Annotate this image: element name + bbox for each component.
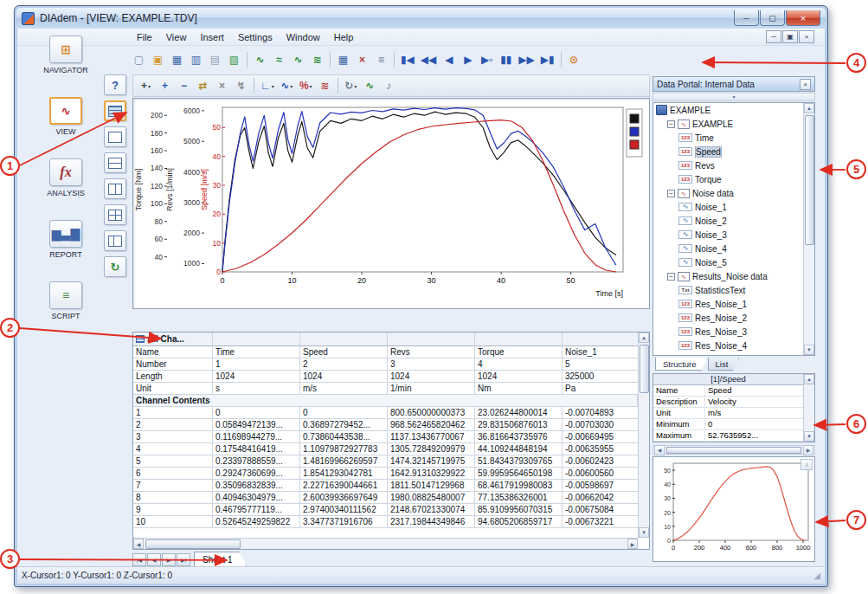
table-cell[interactable]: 0.46795777119... [213, 504, 300, 516]
sheet-nav-3-button[interactable]: ▶| [177, 553, 190, 566]
table-horizontal-scrollbar[interactable]: ◀ ▶ [133, 538, 638, 549]
menu-insert[interactable]: Insert [193, 30, 231, 44]
table-cell[interactable]: 59.9959564650198 [475, 468, 563, 480]
tree-item-noise-3[interactable]: ∿Noise_3 [653, 228, 803, 242]
toolbar-new-axis-system-button[interactable]: ∿ [251, 50, 269, 68]
portal-tab-list[interactable]: List [708, 358, 740, 371]
tree-item-res-noise-5[interactable]: 123Res_Noise_5 [653, 352, 803, 355]
toolbar-band-cursor-button[interactable]: ∿ [289, 50, 307, 68]
table-cell[interactable]: 1.10979872927783 [300, 443, 388, 455]
toolbar-fast-forward-button[interactable]: ▶▶ [516, 50, 537, 68]
table-header-cell[interactable] [388, 333, 475, 346]
table-cell[interactable]: 0.40946304979... [213, 492, 300, 504]
table-cell[interactable]: -0.00675084 [563, 504, 638, 516]
chart-toolbar-waveform-button[interactable]: ∿ [361, 77, 379, 95]
table-cell[interactable]: Nm [475, 383, 563, 395]
property-value[interactable]: m/s [705, 408, 803, 418]
toolbar-save-button[interactable]: ▦ [168, 50, 186, 68]
table-header-cell[interactable] [300, 333, 388, 346]
sidebar-item-script[interactable]: ≡SCRIPT [33, 281, 99, 320]
row-label-cell[interactable]: Number [133, 358, 213, 371]
scroll-up-icon[interactable]: ▲ [804, 374, 814, 384]
sidebar-item-report[interactable]: ▆▃▇REPORT [33, 220, 99, 259]
row-index-cell[interactable]: 10 [133, 516, 213, 528]
table-cell[interactable]: 23.026244800014 [475, 407, 563, 419]
tree-item-res-noise-4[interactable]: 123Res_Noise_4 [653, 339, 803, 352]
sidebar-item-navigator[interactable]: ⊞NAVIGATOR [33, 36, 99, 74]
table-cell[interactable]: -0.00598697 [563, 480, 638, 492]
menu-window[interactable]: Window [280, 30, 327, 44]
sheet-nav-1-button[interactable]: ◀ [147, 553, 161, 566]
table-cell[interactable]: 68.4617919980083 [475, 480, 563, 492]
mdi-restore-button[interactable]: ▣ [782, 30, 798, 43]
table-cell[interactable]: 1/min [388, 383, 475, 395]
row-index-cell[interactable]: 3 [133, 431, 213, 443]
table-cell[interactable]: 2148.67021330074 [388, 504, 475, 516]
chart-toolbar-zoom-x-button[interactable]: × [213, 77, 231, 95]
table-cell[interactable]: 0.29247360699... [213, 468, 300, 480]
table-cell[interactable]: m/s [300, 383, 388, 395]
table-cell[interactable]: 1474.32145719975 [388, 455, 475, 468]
scroll-right-icon[interactable]: ▶ [803, 445, 813, 455]
row-index-cell[interactable]: 8 [133, 492, 213, 504]
titlebar[interactable]: DIAdem - [VIEW: EXAMPLE.TDV] ─ ▢ × [16, 8, 826, 29]
data-portal-close-icon[interactable]: × [800, 79, 811, 90]
table-cell[interactable]: 36.816643735976 [475, 431, 563, 443]
table-cell[interactable]: 1642.91310329922 [388, 468, 475, 480]
view-tool-layout-quad-button[interactable] [104, 204, 126, 225]
view-tool-layout-two-rows-button[interactable] [104, 152, 126, 173]
toolbar-script-button[interactable]: ≡ [372, 50, 390, 68]
table-cell[interactable]: 1305.72849209979 [388, 443, 475, 455]
chart-toolbar-zoom-out-button[interactable]: − [175, 77, 193, 95]
table-cell[interactable]: 1024 [388, 371, 475, 383]
row-label-cell[interactable]: Unit [133, 383, 213, 395]
property-value[interactable]: 0 [705, 419, 803, 429]
table-cell[interactable]: -0.00635955 [563, 443, 638, 455]
property-value[interactable]: Velocity [705, 397, 803, 407]
minimize-button[interactable]: ─ [734, 10, 759, 26]
toolbar-delete-button[interactable]: × [353, 50, 371, 68]
toolbar-step-back-button[interactable]: ◀ [440, 50, 458, 68]
scroll-up-icon[interactable]: ▲ [639, 333, 649, 343]
tree-item-res-noise-1[interactable]: 123Res_Noise_1 [653, 297, 803, 311]
table-cell[interactable]: 0.52645249259822 [213, 516, 300, 528]
scroll-up-icon[interactable]: ▲ [804, 103, 814, 113]
table-header-cell[interactable] [563, 333, 638, 346]
row-index-cell[interactable]: 9 [133, 504, 213, 516]
view-tool-help-button[interactable]: ? [104, 74, 126, 95]
toolbar-play-to-cursor-button[interactable]: ▶▫ [478, 50, 496, 68]
chart-toolbar-curve-style-button[interactable]: ∿▾ [278, 77, 296, 95]
toolbar-documentation-button[interactable]: ▧ [225, 50, 243, 68]
row-index-cell[interactable]: 2 [133, 419, 213, 431]
curve-chart-panel[interactable]: 01020304050Time [s]200180160140120100806… [132, 98, 650, 309]
view-tool-layout-one-plus-two-button[interactable] [104, 230, 126, 251]
table-cell[interactable]: -0.00600560 [563, 468, 638, 480]
toolbar-alarm-button[interactable]: ⊙ [565, 50, 583, 68]
expander-minus-icon[interactable]: − [667, 273, 675, 281]
property-value[interactable]: 52.7635952... [705, 430, 803, 441]
table-cell[interactable]: 1024 [213, 371, 300, 383]
toolbar-pause-button[interactable]: ▮▮ [497, 50, 515, 68]
tree-item-example[interactable]: EXAMPLE [653, 103, 803, 117]
scroll-left-icon[interactable]: ◀ [654, 445, 665, 455]
row-index-cell[interactable]: 6 [133, 468, 213, 480]
table-cell[interactable]: 77.135386326001 [475, 492, 563, 504]
table-cell[interactable]: Revs [388, 346, 475, 358]
table-cell[interactable]: 0.11698944279... [213, 431, 300, 443]
scroll-right-icon[interactable]: ▶ [627, 539, 638, 549]
tree-item-torque[interactable]: 123Torque [653, 172, 803, 186]
mdi-close-button[interactable]: × [799, 30, 814, 43]
menu-help[interactable]: Help [327, 30, 361, 44]
toolbar-measurement-start-button[interactable]: ▮◀ [398, 50, 417, 68]
scroll-down-icon[interactable]: ▼ [639, 527, 649, 538]
scroll-thumb[interactable] [666, 447, 801, 454]
table-header-cell[interactable] [475, 333, 563, 346]
tree-item-noise-2[interactable]: ∿Noise_2 [653, 214, 803, 228]
table-cell[interactable]: 0 [213, 407, 300, 419]
table-vertical-scrollbar[interactable]: ▲ ▼ [638, 333, 649, 538]
table-cell[interactable]: 3 [388, 358, 475, 371]
row-index-cell[interactable]: 7 [133, 480, 213, 492]
table-cell[interactable]: 1980.08825480007 [388, 492, 475, 504]
table-cell[interactable]: 325000 [563, 371, 638, 383]
tree-item-noise-5[interactable]: ∿Noise_5 [653, 255, 803, 269]
